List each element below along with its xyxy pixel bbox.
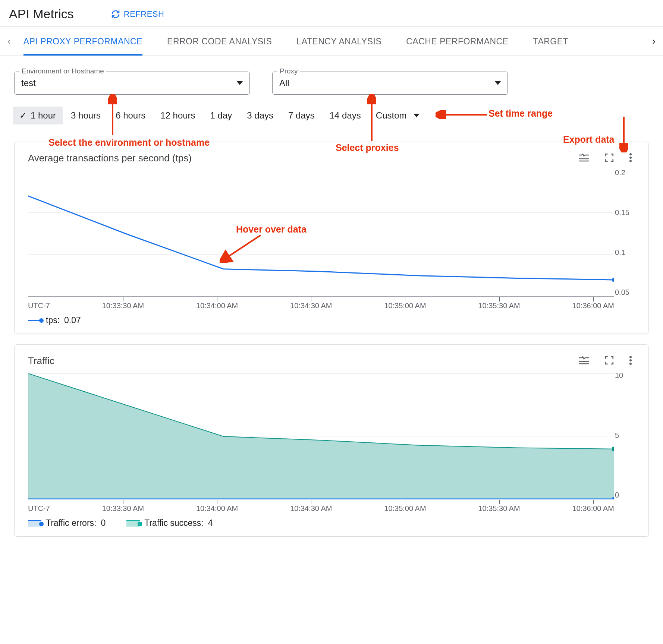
x-tick: 10:34:30 AM	[290, 504, 332, 513]
timerange-1-hour[interactable]: ✓1 hour	[13, 107, 63, 124]
x-tick: 10:36:00 AM	[572, 302, 614, 310]
timerange-12-hours[interactable]: 12 hours	[154, 107, 202, 124]
proxy-select-label: Proxy	[277, 67, 300, 75]
x-tick: 10:35:00 AM	[384, 504, 426, 513]
filter-row: Environment or Hostname test Proxy All	[0, 56, 663, 100]
x-tick: 10:36:00 AM	[572, 504, 614, 513]
annotation-time: Set time range	[488, 108, 553, 119]
proxy-select[interactable]: All	[272, 72, 508, 95]
x-tick: 10:35:30 AM	[478, 302, 520, 310]
refresh-button[interactable]: REFRESH	[111, 9, 164, 19]
timerange-3-days[interactable]: 3 days	[240, 107, 280, 124]
chevron-down-icon	[237, 81, 243, 85]
y-tick: 0.2	[615, 168, 635, 177]
y-tick: 0.05	[615, 288, 635, 297]
x-tick: 10:34:30 AM	[290, 302, 332, 310]
y-tick: 0.15	[615, 208, 635, 217]
timerange-14-days[interactable]: 14 days	[323, 107, 368, 124]
y-tick: 5	[615, 431, 635, 440]
traffic-chart-card: Traffic 1050 UTC-710:33:30 AM10:34:00 AM…	[14, 344, 649, 537]
tabs-scroll-right[interactable]: ›	[650, 35, 658, 47]
svg-point-11	[629, 363, 632, 365]
svg-point-9	[629, 356, 632, 358]
env-select-value: test	[21, 78, 36, 88]
tab-latency-analysis[interactable]: LATENCY ANALYSIS	[296, 27, 381, 56]
svg-rect-13	[612, 447, 614, 451]
tab-bar: ‹ API PROXY PERFORMANCEERROR CODE ANALYS…	[0, 27, 663, 56]
time-range-row: ✓1 hour3 hours6 hours12 hours1 day3 days…	[0, 100, 663, 131]
legend-toggle-icon[interactable]	[578, 154, 590, 163]
annotation-hover: Hover over data	[236, 224, 307, 235]
page-title: API Metrics	[9, 7, 74, 21]
svg-point-4	[629, 157, 632, 159]
svg-point-7	[612, 278, 614, 282]
chart-title: Average transactions per second (tps)	[28, 152, 192, 164]
legend-value: 4	[208, 518, 213, 528]
proxy-select-value: All	[279, 78, 289, 88]
x-tick: 10:33:30 AM	[102, 302, 144, 310]
y-tick: 0.1	[615, 248, 635, 257]
tab-cache-performance[interactable]: CACHE PERFORMANCE	[406, 27, 508, 56]
refresh-label: REFRESH	[124, 9, 164, 19]
page-header: API Metrics REFRESH	[0, 0, 663, 27]
chart-title: Traffic	[28, 355, 54, 367]
tps-legend: tps: 0.07	[28, 315, 635, 325]
chevron-down-icon	[414, 114, 420, 117]
timerange-6-hours[interactable]: 6 hours	[109, 107, 152, 124]
x-tick: UTC-7	[28, 504, 50, 513]
check-icon: ✓	[19, 110, 27, 121]
tabs-scroll-left[interactable]: ‹	[5, 35, 13, 47]
x-tick: UTC-7	[28, 302, 50, 310]
env-select-label: Environment or Hostname	[19, 67, 106, 75]
tab-error-code-analysis[interactable]: ERROR CODE ANALYSIS	[167, 27, 272, 56]
more-menu-icon[interactable]	[629, 356, 632, 367]
tab-api-proxy-performance[interactable]: API PROXY PERFORMANCE	[23, 27, 142, 56]
tps-chart-card: Average transactions per second (tps) 0.…	[14, 142, 649, 334]
timerange-1-day[interactable]: 1 day	[204, 107, 239, 124]
timerange-7-days[interactable]: 7 days	[282, 107, 321, 124]
legend-label: Traffic success:	[144, 518, 203, 528]
x-tick: 10:34:00 AM	[196, 302, 238, 310]
legend-swatch	[126, 520, 140, 527]
legend-swatch	[28, 320, 41, 321]
x-tick: 10:35:00 AM	[384, 302, 426, 310]
timerange-custom[interactable]: Custom	[369, 107, 426, 124]
fullscreen-icon[interactable]	[604, 356, 614, 367]
y-tick: 10	[615, 371, 635, 380]
refresh-icon	[111, 10, 120, 19]
more-menu-icon[interactable]	[629, 153, 632, 164]
legend-label: Traffic errors:	[46, 518, 96, 528]
x-tick: 10:33:30 AM	[102, 504, 144, 513]
svg-point-5	[629, 160, 632, 162]
legend-label: tps:	[46, 315, 60, 325]
svg-point-10	[629, 359, 632, 362]
chevron-down-icon	[495, 81, 501, 85]
legend-value: 0.07	[64, 315, 81, 325]
traffic-legend: Traffic errors: 0 Traffic success: 4	[28, 518, 635, 528]
x-tick: 10:34:00 AM	[196, 504, 238, 513]
legend-swatch	[28, 520, 41, 527]
x-tick: 10:35:30 AM	[478, 504, 520, 513]
tab-target[interactable]: TARGET	[533, 27, 569, 56]
fullscreen-icon[interactable]	[604, 153, 614, 164]
svg-point-3	[629, 153, 632, 155]
legend-toggle-icon[interactable]	[578, 356, 590, 366]
timerange-3-hours[interactable]: 3 hours	[64, 107, 107, 124]
legend-value: 0	[101, 518, 106, 528]
y-tick: 0	[615, 491, 635, 499]
traffic-chart[interactable]: 1050 UTC-710:33:30 AM10:34:00 AM10:34:30…	[28, 371, 635, 513]
tps-chart[interactable]: 0.20.150.10.05 UTC-710:33:30 AM10:34:00 …	[28, 168, 635, 310]
